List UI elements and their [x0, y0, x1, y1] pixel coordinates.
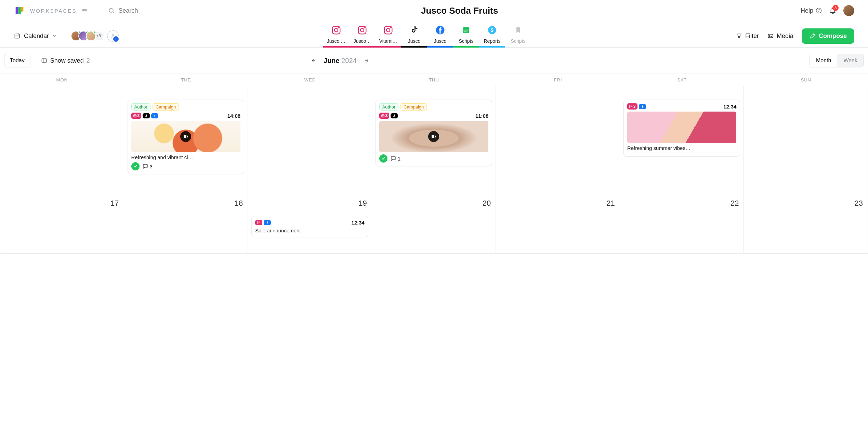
post-caption: Refreshing summer vibes… [627, 145, 737, 151]
channel-tab[interactable]: Scripts [505, 25, 531, 47]
svg-rect-21 [42, 59, 46, 63]
post-card[interactable]: Author Campaign 2 14:08 Refreshing and v… [128, 100, 245, 174]
channel-label: Jusco [428, 38, 452, 44]
channel-tab[interactable]: Jusco [401, 25, 427, 47]
day-number: 20 [483, 199, 491, 208]
channel-label: Jusco [402, 38, 426, 44]
calendar-cell[interactable]: 21 [496, 185, 620, 254]
channel-tab[interactable]: Jusco … [323, 25, 349, 47]
dow-row: MON TUE WED THU FRI SAT SUN [0, 74, 868, 86]
media-button[interactable]: Media [767, 33, 793, 40]
help-link[interactable]: Help ? [801, 7, 822, 14]
month-label: June [324, 57, 340, 64]
svg-point-31 [258, 222, 260, 223]
channel-label: Jusco… [350, 38, 374, 44]
instagram-badge: 3 [627, 103, 637, 110]
svg-point-4 [112, 34, 114, 36]
money-icon: $$ [487, 25, 498, 36]
instagram-badge [255, 220, 262, 225]
channel-tab[interactable]: Jusco [427, 25, 453, 47]
day-number: 23 [855, 199, 863, 208]
view-toggle: Month Week [810, 54, 864, 67]
post-caption: Sale announcement [255, 228, 365, 233]
dow-label: WED [248, 74, 372, 86]
filter-icon [736, 33, 742, 39]
channel-bar [479, 46, 505, 48]
instagram-icon [357, 25, 368, 36]
comment-count[interactable]: 3 [142, 163, 153, 169]
post-time: 14:08 [227, 113, 240, 119]
prev-month-button[interactable] [309, 56, 317, 65]
arrow-left-icon [311, 58, 316, 63]
month-view-button[interactable]: Month [810, 54, 837, 67]
week-view-button[interactable]: Week [837, 54, 864, 67]
dow-label: MON [0, 74, 124, 86]
dow-label: SUN [744, 74, 868, 86]
menu-icon[interactable] [81, 8, 88, 14]
calendar-cell[interactable]: 22 [620, 185, 744, 254]
channel-bar [323, 46, 349, 48]
dow-label: THU [372, 74, 496, 86]
calendar-cell[interactable] [496, 86, 620, 185]
tiktok-badge [391, 113, 398, 118]
channel-tab[interactable]: Scripts [453, 25, 479, 47]
page-title: Jusco Soda Fruits [125, 5, 794, 16]
media-icon [767, 33, 774, 39]
filter-label: Filter [745, 33, 759, 40]
post-card[interactable]: Author Campaign 3 11:08 1 [376, 100, 492, 166]
channel-tab[interactable]: $$ Reports [479, 25, 505, 47]
svg-rect-30 [258, 221, 260, 224]
svg-text:?: ? [818, 9, 820, 12]
channel-tab[interactable]: Jusco… [349, 25, 375, 47]
team-avatar[interactable] [86, 31, 96, 41]
compose-icon [809, 33, 816, 39]
calendar-cell[interactable]: 3 12:34 Refreshing summer vibes… [620, 86, 744, 185]
channel-tab[interactable]: Vitami… [375, 25, 401, 47]
channel-label: Scripts [506, 38, 530, 44]
channel-bar [375, 46, 401, 48]
calendar-cell[interactable]: Author Campaign 3 11:08 1 [372, 86, 496, 185]
workspaces-label[interactable]: WORKSPACES [30, 8, 77, 14]
logo-block: WORKSPACES [14, 5, 88, 16]
svg-point-13 [390, 27, 391, 28]
media-label: Media [777, 33, 793, 40]
calendar-cell[interactable]: 19 12:34 Sale announcement [248, 185, 372, 254]
comment-count[interactable]: 1 [390, 155, 400, 162]
panel-icon [41, 57, 48, 64]
today-button[interactable]: Today [4, 54, 30, 67]
video-icon [428, 131, 439, 142]
calendar-cell[interactable] [744, 86, 868, 185]
calendar-cell[interactable]: Author Campaign 2 14:08 Refreshing and v… [124, 86, 248, 185]
facebook-icon [435, 25, 446, 36]
tiktok-icon [409, 25, 420, 36]
campaign-tag: Campaign [153, 103, 179, 111]
facebook-badge [151, 113, 158, 118]
calendar-cell[interactable]: 18 [124, 185, 248, 254]
show-saved-toggle[interactable]: Show saved 2 [41, 57, 90, 64]
app-logo-icon [14, 5, 25, 16]
add-member-button[interactable]: + [107, 30, 119, 42]
user-avatar[interactable] [843, 5, 854, 16]
channel-bar [427, 46, 453, 48]
svg-rect-27 [432, 135, 434, 138]
notifications-button[interactable]: 3 [829, 7, 837, 14]
svg-point-7 [338, 27, 339, 28]
post-card[interactable]: 12:34 Sale announcement [251, 216, 368, 237]
dow-label: SAT [620, 74, 744, 86]
sub-bar: Calendar +8 + Jusco … Jusco… Vitami… [0, 21, 868, 48]
calendar-cell[interactable]: 20 [372, 185, 496, 254]
compose-button[interactable]: Compose [802, 28, 854, 44]
facebook-badge [639, 104, 646, 109]
filter-button[interactable]: Filter [736, 33, 759, 40]
calendar-cell[interactable]: 17 [0, 185, 124, 254]
svg-rect-24 [184, 135, 186, 138]
calendar-cell[interactable] [248, 86, 372, 185]
post-card[interactable]: 3 12:34 Refreshing summer vibes… [623, 100, 740, 157]
channel-tabs: Jusco … Jusco… Vitami… Jusco Jusco Scrip… [323, 25, 531, 47]
instagram-icon [383, 25, 394, 36]
calendar-cell[interactable] [0, 86, 124, 185]
view-selector[interactable]: Calendar [14, 33, 57, 40]
next-month-button[interactable] [363, 56, 371, 65]
calendar-cell[interactable]: 23 [744, 185, 868, 254]
author-tag: Author [131, 103, 150, 111]
